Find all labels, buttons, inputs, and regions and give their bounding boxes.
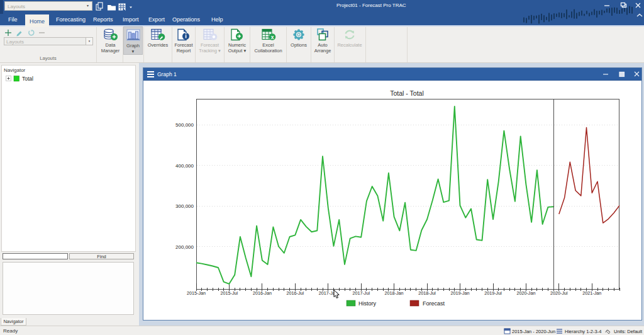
svg-text:x: x [270,34,274,40]
svg-text:2016-Jul: 2016-Jul [287,290,304,296]
svg-text:2015-Jul: 2015-Jul [221,290,238,296]
svg-text:Forecast: Forecast [423,300,445,307]
svg-text:300,000: 300,000 [175,203,194,209]
svg-text:2016-Jan: 2016-Jan [253,290,272,296]
svg-text:2019-Jan: 2019-Jan [451,290,470,296]
svg-text:Total - Total: Total - Total [390,89,424,97]
svg-text:500,000: 500,000 [175,122,194,128]
svg-text:2015-Jan: 2015-Jan [187,290,206,296]
svg-text:2021-Jan: 2021-Jan [582,290,601,296]
svg-text:2020-Jan: 2020-Jan [516,290,535,296]
svg-text:History: History [358,300,377,307]
svg-text:2020-Jul: 2020-Jul [550,290,568,296]
svg-text:2018-Jan: 2018-Jan [385,290,404,296]
svg-text:2017-Jul: 2017-Jul [352,290,370,296]
svg-text:200,000: 200,000 [175,244,194,250]
svg-text:400,000: 400,000 [175,163,194,169]
svg-text:2018-Jul: 2018-Jul [418,290,436,296]
svg-text:2019-Jul: 2019-Jul [484,290,502,296]
